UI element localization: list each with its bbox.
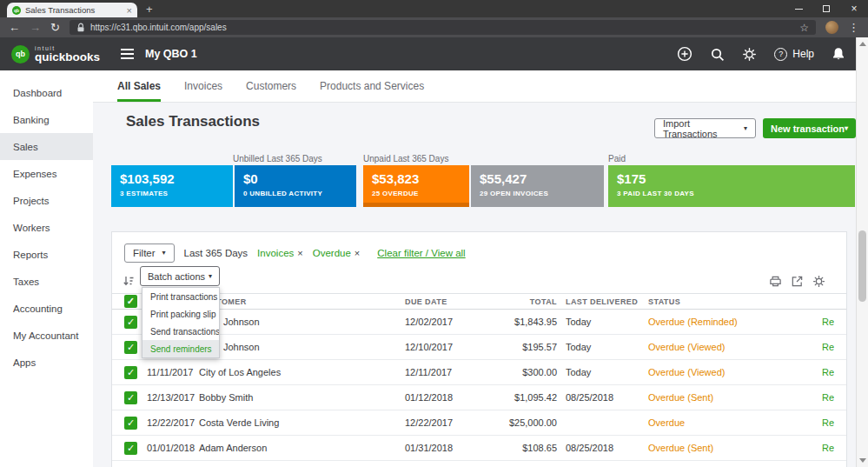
row-action-link[interactable]: Re xyxy=(748,443,834,453)
row-checkbox[interactable]: ✓ xyxy=(124,442,137,455)
transactions-card: Filter ▾ Last 365 Days Invoices × Overdu… xyxy=(111,231,847,467)
help-button[interactable]: ? Help xyxy=(774,48,814,61)
table-row[interactable]: ✓ 12/22/2017 Costa Verde Living 12/22/20… xyxy=(112,410,846,436)
menu-item-send-transactions[interactable]: Send transactions xyxy=(142,323,219,340)
sidebar-item-taxes[interactable]: Taxes xyxy=(0,268,93,295)
sidebar-item-my-accountant[interactable]: My Accountant xyxy=(0,322,93,349)
cell-last-delivered: 08/25/2018 xyxy=(557,392,648,403)
table-toolbar xyxy=(769,275,825,288)
tile-open-invoices[interactable]: $55,427 29 OPEN INVOICES xyxy=(471,165,604,207)
menu-item-print-transactions[interactable]: Print transactions xyxy=(142,288,219,305)
scroll-up-icon[interactable] xyxy=(859,42,866,46)
row-checkbox[interactable]: ✓ xyxy=(124,366,137,379)
table-row[interactable]: ✓ Johnson 12/02/2017 $1,843.95 Today Ove… xyxy=(112,310,846,335)
filter-chip-overdue[interactable]: Overdue × xyxy=(313,248,361,258)
tile-unbilled-activity[interactable]: $0 0 UNBILLED ACTIVITY xyxy=(235,165,356,207)
address-bar[interactable]: https://c31.qbo.intuit.com/app/sales ☆ xyxy=(70,20,816,35)
import-transactions-label: Import Transactions xyxy=(663,118,744,139)
table-row[interactable]: ✓ Johnson 12/10/2017 $195.57 Today Overd… xyxy=(112,335,846,360)
col-status[interactable]: STATUS xyxy=(648,297,748,306)
filter-button[interactable]: Filter ▾ xyxy=(124,244,175,263)
tab-close-icon[interactable]: × xyxy=(127,5,132,16)
scroll-down-icon[interactable] xyxy=(859,458,866,463)
hamburger-menu-icon[interactable] xyxy=(121,49,134,59)
sidebar-item-sales[interactable]: Sales xyxy=(0,133,93,160)
back-icon[interactable]: ← xyxy=(9,22,20,33)
cell-total: $1,095.42 xyxy=(483,392,557,403)
scrollbar-thumb[interactable] xyxy=(858,230,866,302)
gear-icon[interactable] xyxy=(742,47,757,62)
brand-logo[interactable]: intuit quickbooks xyxy=(35,45,100,63)
sidebar-item-dashboard[interactable]: Dashboard xyxy=(0,79,93,106)
row-action-link[interactable]: Re xyxy=(748,392,834,403)
search-icon[interactable] xyxy=(710,47,725,62)
minimize-button[interactable] xyxy=(785,0,812,17)
clear-filter-link[interactable]: Clear filter / View all xyxy=(377,248,465,258)
filter-chip-invoices[interactable]: Invoices × xyxy=(257,248,303,258)
moneybar-label-unbilled: Unbilled Last 365 Days xyxy=(233,154,322,163)
profile-avatar[interactable] xyxy=(825,21,838,34)
print-icon[interactable] xyxy=(769,275,782,288)
table-row[interactable]: ✓ 12/13/2017 Bobby Smith 01/12/2018 $1,0… xyxy=(112,385,846,410)
sidebar-item-banking[interactable]: Banking xyxy=(0,106,93,133)
sidebar-item-workers[interactable]: Workers xyxy=(0,214,93,241)
sidebar-item-accounting[interactable]: Accounting xyxy=(0,295,93,322)
qb-favicon-icon: qb xyxy=(12,6,21,15)
remove-chip-icon[interactable]: × xyxy=(297,248,302,258)
row-checkbox[interactable]: ✓ xyxy=(124,341,137,354)
tile-overdue[interactable]: $53,823 25 OVERDUE xyxy=(363,165,469,207)
sidebar-item-reports[interactable]: Reports xyxy=(0,241,93,268)
import-transactions-button[interactable]: Import Transactions ▾ xyxy=(654,118,756,138)
tile-estimates[interactable]: $103,592 3 ESTIMATES xyxy=(111,165,233,207)
row-action-link[interactable]: Re xyxy=(748,417,834,428)
col-last-delivered[interactable]: LAST DELIVERED xyxy=(557,297,648,306)
col-total[interactable]: TOTAL xyxy=(483,297,557,306)
row-checkbox[interactable]: ✓ xyxy=(124,316,137,329)
menu-item-print-packing-slip[interactable]: Print packing slip xyxy=(142,305,219,323)
col-due-date[interactable]: DUE DATE xyxy=(405,297,483,306)
batch-actions-button[interactable]: Batch actions ▾ xyxy=(140,266,220,286)
sidebar-item-apps[interactable]: Apps xyxy=(0,349,93,376)
maximize-button[interactable] xyxy=(812,0,840,17)
new-transaction-button[interactable]: New transaction ▾ xyxy=(763,118,856,138)
cell-total: $195.57 xyxy=(483,342,557,352)
browser-menu-icon[interactable]: ⋮ xyxy=(848,21,859,34)
table-row[interactable]: ✓ 11/11/2017 City of Los Angeles 12/11/2… xyxy=(112,360,846,385)
bookmark-star-icon[interactable]: ☆ xyxy=(799,22,809,34)
export-icon[interactable] xyxy=(791,275,804,288)
row-action-link[interactable]: Re xyxy=(748,317,834,327)
page-scrollbar[interactable] xyxy=(856,37,868,467)
row-checkbox[interactable]: ✓ xyxy=(124,417,137,430)
remove-chip-icon[interactable]: × xyxy=(354,248,360,258)
tile-paid-caption: 3 PAID LAST 30 DAYS xyxy=(617,190,855,197)
qb-logo-icon[interactable]: qb xyxy=(11,45,30,63)
chevron-down-icon: ▾ xyxy=(744,125,747,132)
table-row[interactable]: ✓ 01/01/2018 Adam Anderson 01/31/2018 $1… xyxy=(112,436,846,461)
tile-paid[interactable]: $175 3 PAID LAST 30 DAYS xyxy=(608,165,855,207)
new-tab-button[interactable]: + xyxy=(146,3,153,16)
moneybar-label-paid: Paid xyxy=(608,154,626,163)
row-action-link[interactable]: Re xyxy=(748,342,834,352)
row-checkbox[interactable]: ✓ xyxy=(124,391,137,404)
tab-invoices[interactable]: Invoices xyxy=(184,70,222,102)
tile-unbilled-amount: $0 xyxy=(243,172,356,187)
reload-icon[interactable]: ↻ xyxy=(50,22,60,33)
sidebar-item-expenses[interactable]: Expenses xyxy=(0,160,93,187)
select-all-checkbox[interactable]: ✓ xyxy=(124,295,137,308)
create-plus-icon[interactable] xyxy=(677,46,692,62)
notifications-bell-icon[interactable] xyxy=(832,47,845,61)
cell-status: Overdue (Sent) xyxy=(648,392,748,403)
close-button[interactable]: × xyxy=(840,0,868,17)
row-action-link[interactable]: Re xyxy=(748,367,834,377)
browser-tab[interactable]: qb Sales Transactions × xyxy=(7,3,137,17)
tab-products-services[interactable]: Products and Services xyxy=(320,70,424,102)
table-settings-gear-icon[interactable] xyxy=(812,275,825,288)
forward-icon[interactable]: → xyxy=(30,22,41,33)
chevron-down-icon: ▾ xyxy=(162,250,166,257)
sort-icon[interactable] xyxy=(123,275,135,290)
tab-customers[interactable]: Customers xyxy=(246,70,296,102)
tab-all-sales[interactable]: All Sales xyxy=(117,70,161,102)
col-customer[interactable]: CUSTOMER xyxy=(199,297,405,306)
menu-item-send-reminders[interactable]: Send reminders xyxy=(142,340,219,357)
sidebar-item-projects[interactable]: Projects xyxy=(0,187,93,214)
